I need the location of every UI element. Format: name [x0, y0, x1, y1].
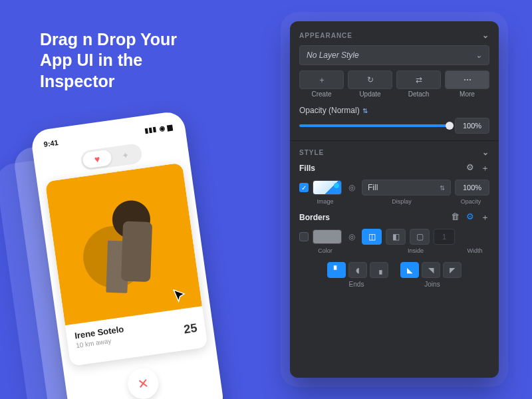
style-title: Style [299, 149, 324, 156]
appearance-header[interactable]: Appearance ⌄ [299, 31, 489, 40]
opacity-blend-control[interactable]: Opacity (Normal) ⇅ [299, 106, 368, 115]
fill-display-label: Display [351, 198, 452, 205]
joins-label: Joins [400, 281, 464, 288]
detach-label: Detach [396, 90, 441, 98]
fills-title: Fills [299, 164, 315, 173]
chevron-down-icon: ⌄ [475, 51, 482, 60]
fill-display-select[interactable]: Fill ⇅ [362, 180, 451, 196]
trash-icon[interactable]: 🗑 [451, 211, 460, 223]
profile-card[interactable]: Irene Sotelo 10 km away 25 [45, 162, 208, 366]
flame-toggle[interactable]: ♥ [82, 149, 112, 169]
refresh-icon: ↻ [367, 75, 374, 84]
visibility-icon[interactable]: ◎ [346, 232, 358, 241]
wifi-icon: ◉ [158, 124, 165, 132]
marketing-headline: Drag n Drop Your App UI in the Inspector [40, 29, 213, 92]
join-round-button[interactable]: ◥ [422, 262, 440, 278]
borders-title: Borders [299, 213, 330, 222]
unlink-icon: ⇄ [416, 75, 422, 84]
spark-icon: ✦ [121, 150, 130, 160]
cursor-icon [172, 287, 190, 305]
plus-icon: ＋ [318, 74, 326, 86]
more-button[interactable]: ⋯ [445, 70, 489, 89]
style-header[interactable]: Style ⌄ [299, 148, 489, 157]
opacity-label-text: Opacity (Normal) [299, 106, 360, 115]
add-border-button[interactable]: ＋ [481, 211, 489, 223]
border-outside-button[interactable]: ▢ [410, 229, 430, 245]
chevron-down-icon: ⌄ [482, 148, 489, 157]
update-button[interactable]: ↻ [348, 70, 392, 89]
create-label: Create [299, 90, 344, 98]
stepper-icon: ⇅ [362, 107, 368, 114]
layer-style-select[interactable]: No Layer Style ⌄ [299, 45, 489, 65]
border-enabled-checkbox[interactable] [299, 232, 309, 241]
border-width-field[interactable]: 1 [434, 229, 455, 245]
border-position-label: Inside [351, 247, 460, 254]
spark-toggle[interactable]: ✦ [110, 145, 141, 165]
phone-stack: 9:41 ▮▮▮ ◉ ▆ ♥ ✦ Irene Sotelo 10 km away… [0, 106, 263, 399]
flame-icon: ♥ [94, 154, 100, 165]
gear-icon[interactable]: ⚙ [466, 162, 474, 174]
status-time: 9:41 [43, 138, 59, 148]
reject-button[interactable]: ✕ [126, 366, 160, 399]
slider-thumb[interactable] [446, 122, 454, 130]
join-miter-button[interactable]: ◣ [400, 262, 419, 278]
more-icon: ⋯ [464, 75, 471, 84]
detach-button[interactable]: ⇄ [396, 70, 441, 89]
appearance-title: Appearance [299, 32, 352, 39]
line-joins-group: ◣ ◥ ◤ [400, 262, 462, 278]
line-ends-group: ▘ ◖ ▗ [327, 262, 388, 278]
opacity-value-field[interactable]: 100% [455, 118, 489, 134]
update-label: Update [348, 90, 392, 98]
border-color-swatch[interactable] [313, 229, 342, 244]
end-butt-button[interactable]: ▘ [327, 262, 346, 278]
gear-icon[interactable]: ⚙ [466, 211, 474, 223]
fill-image-swatch[interactable] [313, 180, 342, 195]
border-color-label: Color [299, 247, 351, 254]
end-square-button[interactable]: ▗ [370, 262, 388, 278]
opacity-slider[interactable] [299, 124, 450, 127]
signal-icon: ▮▮▮ [144, 125, 157, 134]
swipe-actions: ✕ [72, 359, 213, 399]
border-width-label: Width [460, 247, 489, 254]
profile-age: 25 [183, 321, 198, 336]
mode-toggle[interactable]: ♥ ✦ [80, 143, 143, 172]
status-icons: ▮▮▮ ◉ ▆ [144, 122, 174, 134]
stepper-icon: ⇅ [440, 184, 445, 192]
ends-label: Ends [325, 281, 388, 288]
fill-image-label: Image [299, 198, 351, 205]
border-inside-button[interactable]: ◫ [362, 229, 382, 245]
add-fill-button[interactable]: ＋ [481, 162, 489, 174]
visibility-icon[interactable]: ◎ [346, 183, 358, 192]
end-round-button[interactable]: ◖ [348, 262, 367, 278]
fill-opacity-field[interactable]: 100% [455, 180, 489, 196]
more-label: More [445, 90, 489, 98]
status-bar: 9:41 ▮▮▮ ◉ ▆ [39, 120, 178, 150]
inspector-panel: Appearance ⌄ No Layer Style ⌄ ＋ ↻ ⇄ ⋯ Cr… [290, 21, 499, 378]
chevron-down-icon: ⌄ [482, 31, 489, 40]
battery-icon: ▆ [167, 122, 173, 130]
section-divider [290, 140, 499, 141]
fill-enabled-checkbox[interactable]: ✓ [299, 183, 309, 192]
fill-opacity-label: Opacity [452, 198, 489, 205]
border-center-button[interactable]: ◧ [386, 229, 406, 245]
create-button[interactable]: ＋ [299, 70, 344, 89]
layer-style-value: No Layer Style [307, 51, 359, 60]
join-bevel-button[interactable]: ◤ [443, 262, 462, 278]
fill-display-value: Fill [368, 183, 378, 192]
